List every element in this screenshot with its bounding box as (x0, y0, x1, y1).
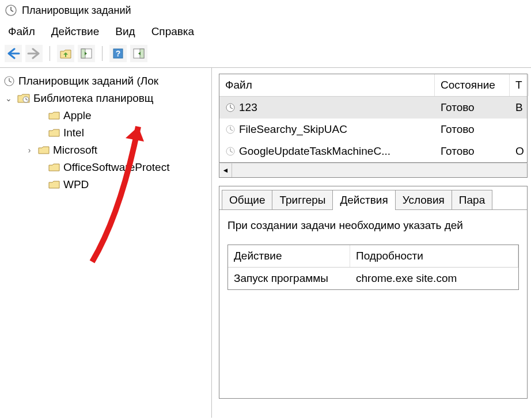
tree-item-label: WPD (63, 178, 89, 191)
content-pane: Файл Состояние Т 123 Готово В (212, 68, 531, 418)
task-trigger: В (510, 99, 529, 116)
titlebar: Планировщик заданий (0, 0, 531, 21)
clock-icon (5, 4, 17, 17)
folder-clock-icon (17, 93, 30, 104)
tabs-row: Общие Триггеры Действия Условия Пара (219, 186, 527, 210)
tab-triggers[interactable]: Триггеры (272, 190, 333, 210)
task-row[interactable]: GoogleUpdateTaskMachineC... Готово О (219, 140, 527, 162)
folder-icon (48, 111, 60, 120)
tree-root-label: Планировщик заданий (Лок (18, 75, 158, 87)
tree-root[interactable]: Планировщик заданий (Лок (2, 72, 209, 90)
col-action[interactable]: Действие (228, 245, 350, 267)
svg-text:?: ? (116, 49, 121, 58)
folder-icon (38, 146, 50, 155)
col-trigger[interactable]: Т (510, 74, 529, 96)
task-table: Файл Состояние Т 123 Готово В (219, 74, 528, 163)
clock-icon (3, 75, 15, 87)
tree-spacer (35, 162, 45, 173)
panel-left-button[interactable] (78, 45, 95, 62)
toolbar-separator (102, 46, 103, 61)
tree-item-label: Apple (63, 109, 92, 122)
action-table: Действие Подробности Запуск программы ch… (227, 245, 519, 290)
menu-action[interactable]: Действие (51, 25, 100, 38)
tree-pane: Планировщик заданий (Лок ⌄ Библиотека пл… (0, 68, 212, 418)
actions-description: При создании задачи необходимо указать д… (227, 219, 519, 232)
tree-item-apple[interactable]: Apple (2, 107, 209, 124)
tree-item-intel[interactable]: Intel (2, 124, 209, 142)
tree-spacer (35, 180, 45, 190)
tree-spacer (35, 128, 45, 138)
col-name[interactable]: Файл (219, 74, 435, 96)
chevron-right-icon[interactable]: › (24, 145, 35, 155)
tab-general[interactable]: Общие (222, 190, 272, 210)
tab-params[interactable]: Пара (452, 190, 492, 210)
tree-item-microsoft[interactable]: › Microsoft (2, 142, 209, 159)
task-row[interactable]: FileSearchy_SkipUAC Готово (219, 119, 527, 140)
svg-rect-4 (81, 49, 85, 58)
action-details: chrome.exe site.com (350, 268, 518, 289)
tree-item-label: OfficeSoftwareProtect (63, 161, 169, 174)
task-trigger: О (510, 143, 530, 160)
col-state[interactable]: Состояние (435, 74, 510, 96)
action-row[interactable]: Запуск программы chrome.exe site.com (228, 268, 518, 289)
back-button[interactable] (5, 45, 22, 62)
scroll-left-icon[interactable]: ◄ (219, 163, 232, 177)
task-row[interactable]: 123 Готово В (219, 97, 527, 119)
action-value: Запуск программы (228, 268, 350, 289)
chevron-down-icon[interactable]: ⌄ (3, 93, 14, 104)
menubar: Файл Действие Вид Справка (0, 21, 531, 43)
task-trigger (510, 121, 527, 138)
tab-body: При создании задачи необходимо указать д… (219, 209, 527, 299)
tree-item-label: Intel (63, 127, 84, 139)
tree-library[interactable]: ⌄ Библиотека планировщ (2, 90, 209, 107)
horizontal-scrollbar[interactable]: ◄ (219, 163, 528, 178)
tree-item-label: Microsoft (53, 144, 97, 156)
clock-icon (225, 146, 236, 156)
folder-icon (48, 128, 60, 138)
task-state: Готово (435, 143, 510, 160)
folder-icon (48, 163, 60, 172)
tree-library-label: Библиотека планировщ (33, 92, 154, 105)
clock-icon (225, 124, 236, 135)
panel-right-button[interactable] (130, 45, 147, 62)
menu-help[interactable]: Справка (151, 25, 195, 38)
forward-button[interactable] (25, 45, 43, 62)
task-name: GoogleUpdateTaskMachineC... (239, 145, 390, 158)
task-table-header: Файл Состояние Т (219, 74, 527, 97)
tab-actions[interactable]: Действия (332, 190, 395, 210)
toolbar-separator (50, 46, 50, 61)
clock-icon (225, 102, 236, 113)
window-title: Планировщик заданий (22, 5, 131, 17)
tabs-panel: Общие Триггеры Действия Условия Пара При… (219, 186, 528, 399)
up-folder-button[interactable] (57, 45, 74, 62)
task-name: FileSearchy_SkipUAC (239, 123, 347, 136)
folder-icon (48, 180, 60, 189)
tree-item-office[interactable]: OfficeSoftwareProtect (2, 159, 209, 176)
task-name: 123 (239, 101, 257, 114)
svg-rect-8 (140, 49, 144, 58)
workspace: Планировщик заданий (Лок ⌄ Библиотека пл… (0, 68, 531, 418)
menu-view[interactable]: Вид (115, 25, 135, 38)
tree-item-wpd[interactable]: WPD (2, 176, 209, 193)
toolbar: ? (0, 43, 531, 68)
menu-file[interactable]: Файл (8, 25, 35, 38)
action-table-header: Действие Подробности (228, 245, 518, 268)
task-state: Готово (435, 121, 510, 138)
help-button[interactable]: ? (109, 45, 127, 62)
tree-spacer (35, 110, 45, 121)
col-details[interactable]: Подробности (350, 245, 518, 267)
task-state: Готово (435, 99, 510, 116)
tab-conditions[interactable]: Условия (395, 190, 452, 210)
